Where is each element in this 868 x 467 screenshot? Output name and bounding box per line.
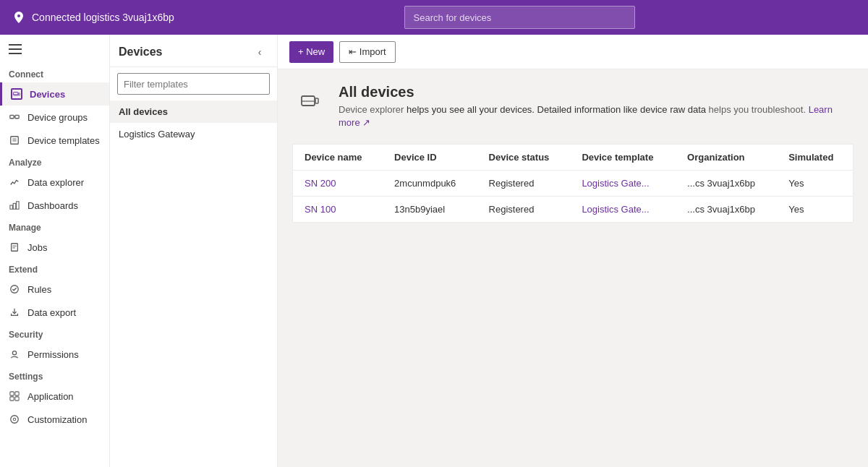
col-organization: Organization: [676, 145, 777, 171]
device-name-link[interactable]: SN 100: [305, 204, 336, 215]
dashboards-icon: [9, 200, 20, 211]
cell-device-template[interactable]: Logistics Gate...: [570, 197, 676, 223]
svg-point-17: [12, 351, 16, 355]
sidebar-item-application[interactable]: Application: [0, 385, 109, 408]
cell-device-name[interactable]: SN 200: [293, 171, 383, 197]
device-groups-icon: [9, 111, 20, 123]
permissions-icon: [9, 348, 20, 360]
sidebar-item-device-templates[interactable]: Device templates: [0, 129, 109, 152]
sidebar-item-permissions[interactable]: Permissions: [0, 343, 109, 366]
svg-rect-3: [10, 115, 14, 118]
sidebar-label-data-export: Data export: [27, 307, 76, 318]
svg-rect-11: [17, 202, 20, 210]
section-security: Security: [0, 324, 109, 343]
sidebar-label-customization: Customization: [27, 414, 87, 425]
data-explorer-icon: [9, 176, 20, 188]
location-icon: [12, 10, 26, 25]
svg-rect-9: [10, 205, 13, 209]
svg-rect-25: [315, 98, 318, 103]
devices-icon: [11, 88, 22, 100]
cell-simulated: Yes: [777, 197, 853, 223]
sidebar: Connect Devices Device groups Device tem…: [0, 35, 110, 467]
sidebar-item-device-groups[interactable]: Device groups: [0, 106, 109, 129]
devices-table: Device name Device ID Device status Devi…: [292, 144, 854, 223]
cell-device-status: Registered: [477, 197, 571, 223]
content-toolbar: + New ⇤ Import: [278, 35, 868, 69]
device-templates-icon: [9, 134, 20, 146]
device-template-link[interactable]: Logistics Gate...: [582, 178, 649, 189]
svg-rect-20: [10, 397, 14, 400]
cell-device-name[interactable]: SN 100: [293, 197, 383, 223]
col-device-name: Device name: [293, 145, 383, 171]
content-body: All devices Device explorer helps you se…: [278, 69, 868, 467]
filter-templates-input[interactable]: [117, 73, 270, 95]
sidebar-item-jobs[interactable]: Jobs: [0, 236, 109, 259]
table-row: SN 100 13n5b9yiael Registered Logistics …: [293, 197, 854, 223]
search-bar[interactable]: Search for devices: [404, 6, 636, 29]
devices-panel: Devices ‹ All devices Logistics Gateway: [110, 35, 278, 467]
svg-rect-0: [14, 93, 18, 95]
sidebar-label-device-groups: Device groups: [27, 112, 88, 123]
col-device-template: Device template: [570, 145, 676, 171]
sidebar-item-devices[interactable]: Devices: [0, 82, 109, 106]
cell-organization: ...cs 3vuaj1x6bp: [676, 171, 777, 197]
all-devices-header: All devices Device explorer helps you se…: [292, 84, 854, 129]
rules-icon: [9, 283, 20, 295]
sidebar-label-device-templates: Device templates: [27, 135, 100, 146]
cell-device-id: 2mcunmdpuk6: [383, 171, 477, 197]
content-area: + New ⇤ Import All devices Device explor…: [278, 35, 868, 467]
desc-part1: Device explorer: [339, 104, 407, 115]
section-analyze: Analyze: [0, 152, 109, 171]
svg-rect-19: [15, 392, 19, 395]
svg-rect-10: [13, 203, 16, 209]
sidebar-label-devices: Devices: [30, 89, 65, 100]
import-button[interactable]: ⇤ Import: [339, 41, 395, 63]
all-devices-icon: [292, 84, 327, 119]
table-header-row: Device name Device ID Device status Devi…: [293, 145, 854, 171]
cell-organization: ...cs 3vuaj1x6bp: [676, 197, 777, 223]
section-connect: Connect: [0, 64, 109, 82]
collapse-panel-button[interactable]: ‹: [251, 43, 268, 61]
svg-rect-18: [10, 392, 14, 395]
sidebar-item-rules[interactable]: Rules: [0, 278, 109, 301]
hamburger-button[interactable]: [0, 35, 109, 64]
table-row: SN 200 2mcunmdpuk6 Registered Logistics …: [293, 171, 854, 197]
devices-nav-all[interactable]: All devices: [110, 100, 277, 123]
sidebar-label-jobs: Jobs: [27, 242, 47, 253]
svg-point-22: [11, 416, 19, 424]
application-icon: [9, 390, 20, 402]
cell-simulated: Yes: [777, 171, 853, 197]
sidebar-item-data-explorer[interactable]: Data explorer: [0, 171, 109, 194]
sidebar-item-data-export[interactable]: Data export: [0, 301, 109, 324]
sidebar-label-data-explorer: Data explorer: [27, 177, 84, 188]
all-devices-description: Device explorer helps you see all your d…: [339, 103, 854, 129]
section-extend: Extend: [0, 259, 109, 278]
sidebar-item-dashboards[interactable]: Dashboards: [0, 194, 109, 217]
all-devices-title: All devices: [339, 84, 854, 100]
app-logo: Connected logistics 3vuaj1x6bp: [12, 10, 174, 25]
desc-part2: helps you troubleshoot.: [709, 104, 809, 115]
new-button[interactable]: + New: [289, 41, 333, 63]
devices-panel-title: Devices: [119, 46, 163, 59]
customization-icon: [9, 414, 20, 425]
svg-rect-6: [11, 137, 19, 145]
devices-nav-logistics[interactable]: Logistics Gateway: [110, 123, 277, 145]
device-name-link[interactable]: SN 200: [305, 178, 336, 189]
section-settings: Settings: [0, 366, 109, 385]
device-template-link[interactable]: Logistics Gate...: [582, 204, 649, 215]
menu-icon: [9, 44, 22, 54]
desc-highlight: helps you see all your devices. Detailed…: [407, 104, 709, 115]
cell-device-status: Registered: [477, 171, 571, 197]
cell-device-template[interactable]: Logistics Gate...: [570, 171, 676, 197]
server-icon: [299, 91, 320, 111]
sidebar-label-application: Application: [27, 391, 74, 402]
svg-point-23: [13, 418, 16, 421]
svg-rect-12: [12, 244, 18, 252]
all-devices-info: All devices Device explorer helps you se…: [339, 84, 854, 129]
sidebar-item-customization[interactable]: Customization: [0, 408, 109, 431]
sidebar-label-permissions: Permissions: [27, 349, 79, 360]
col-device-id: Device ID: [383, 145, 477, 171]
app-name: Connected logistics 3vuaj1x6bp: [32, 12, 174, 23]
data-export-icon: [9, 307, 20, 318]
topbar: Connected logistics 3vuaj1x6bp Search fo…: [0, 0, 868, 35]
